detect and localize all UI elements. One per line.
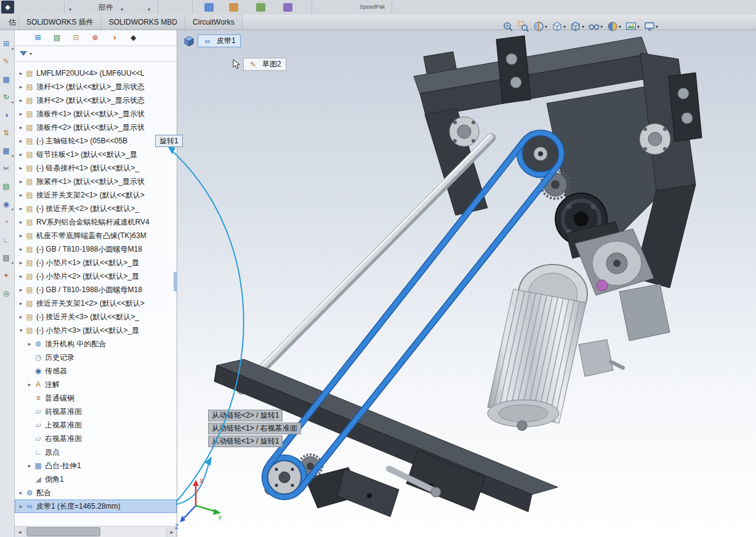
pencil-button[interactable]: ✎ xyxy=(1,52,14,70)
dropdown-caret-icon[interactable]: ▾ xyxy=(563,24,566,30)
angle-button[interactable]: ∟ xyxy=(1,231,14,249)
propertymanager-tab[interactable]: ▤ xyxy=(52,32,63,43)
tree-item[interactable]: ▸A注解 xyxy=(15,378,177,391)
expand-arrow-icon[interactable]: ▾ xyxy=(17,327,25,333)
zoom-fit-button[interactable] xyxy=(501,20,515,33)
tree-item[interactable]: ▸▤LMFLMF20UU<4> (LMF6UU<<L xyxy=(15,66,177,80)
tree-item[interactable]: ▸▤顶杆<2> (默认<<默认>_显示状态 xyxy=(15,93,177,107)
tree-item[interactable]: ◢倒角1 xyxy=(15,472,177,486)
configurationmanager-tab[interactable]: ⊟ xyxy=(71,32,82,43)
tree-item[interactable]: ▸▤胀紧件<1> (默认<<默认>_显示状 xyxy=(15,175,177,188)
expand-arrow-icon[interactable]: ▸ xyxy=(17,205,25,212)
dropdown-caret-icon[interactable]: ▾ xyxy=(619,24,621,30)
copy-button[interactable]: ⊞▸ xyxy=(1,34,14,52)
flyout-caret-icon[interactable]: ▸ xyxy=(12,260,14,265)
tree-item[interactable]: ▸▤机座不带底脚端盖有凸缘(TK)63M xyxy=(15,229,177,242)
dropdown-caret-icon[interactable]: ▾ xyxy=(148,7,150,12)
apply-scene-button[interactable]: ▾ xyxy=(624,20,641,33)
flyout-caret-icon[interactable]: ▸ xyxy=(12,100,14,104)
tree-item[interactable]: ▸▤(-) 接近开关<2> (默认<<默认>_ xyxy=(15,202,177,215)
expand-arrow-icon[interactable]: ▸ xyxy=(17,219,25,225)
tab-solidworks-mbd[interactable]: SOLIDWORKS MBD xyxy=(102,15,185,30)
expand-arrow-icon[interactable]: ▸ xyxy=(17,490,25,496)
grid-button[interactable]: ▦ xyxy=(1,70,14,88)
half-shade-button[interactable]: ◑ xyxy=(1,106,14,124)
section-view-button[interactable]: ▾ xyxy=(532,20,549,33)
expand-arrow-icon[interactable]: ▸ xyxy=(17,84,25,90)
breadcrumb-sketch-item[interactable]: ✎ 草图2 xyxy=(243,58,286,71)
scissors-button[interactable]: ✂ xyxy=(1,159,14,177)
quarter-button[interactable]: ◔ xyxy=(1,213,14,231)
expand-arrow-icon[interactable]: ▸ xyxy=(17,233,25,239)
featuremanager-tree-tab[interactable]: ⊞ xyxy=(33,32,44,43)
filter-icon[interactable] xyxy=(20,51,27,56)
tree-item[interactable]: ▸▤(-) 主轴链轮<1> (05B<<05B xyxy=(15,134,177,148)
tree-item[interactable]: ∟原点 xyxy=(15,445,177,459)
tree-item[interactable]: ▸▤链节挂板<1> (默认<<默认>_显 xyxy=(15,148,177,161)
tree-item[interactable]: ▸▤(-) 小垫片<2> (默认<<默认>_显 xyxy=(15,269,177,283)
shade-button[interactable]: ▨▸ xyxy=(1,249,14,266)
ribbon-button-label[interactable]: SpeedPak xyxy=(360,4,385,10)
displaymanager-tab[interactable]: ◑ xyxy=(110,32,121,43)
dropdown-caret-icon[interactable]: ▾ xyxy=(600,24,603,30)
tree-item[interactable]: ▾▤(-) 小垫片<3> (默认<<默认>_显 xyxy=(15,324,177,337)
flyout-caret-icon[interactable]: ▸ xyxy=(12,46,14,50)
tab-evaluate-partial[interactable]: 估 xyxy=(0,15,19,30)
expand-arrow-icon[interactable]: ▸ xyxy=(17,165,25,171)
expand-arrow-icon[interactable]: ▸ xyxy=(17,138,25,144)
tree-item[interactable]: ▸⊚顶升机构 中的配合 xyxy=(15,337,177,351)
star-button[interactable]: ✦ xyxy=(1,266,14,284)
target-button[interactable]: ◎ xyxy=(1,284,14,302)
expand-arrow-icon[interactable]: ▸ xyxy=(17,300,25,306)
rotate-button[interactable]: ↻▸ xyxy=(1,88,14,106)
dropdown-caret-icon[interactable]: ▾ xyxy=(69,7,71,12)
pattern-button[interactable]: ▩▸ xyxy=(1,141,14,159)
expand-arrow-icon[interactable]: ▸ xyxy=(17,124,25,130)
breadcrumb-selected-feature[interactable]: ∞ 皮带1 xyxy=(198,34,241,47)
dropdown-caret-icon[interactable]: ▾ xyxy=(637,24,640,30)
tree-item[interactable]: ▸▤(-) 小垫片<1> (默认<<默认>_显 xyxy=(15,256,177,269)
dropdown-caret-icon[interactable]: ▾ xyxy=(121,7,123,12)
tree-item[interactable]: ◷历史记录 xyxy=(15,351,177,364)
expand-arrow-icon[interactable]: ▸ xyxy=(17,287,25,293)
tree-item[interactable]: ▸▤RV系列铝合金蜗轮蜗杆减速机RV4 xyxy=(15,215,177,229)
expand-arrow-icon[interactable]: ▸ xyxy=(17,260,25,266)
flyout-caret-icon[interactable]: ▸ xyxy=(12,153,14,157)
tree-item[interactable]: ▸▤(-) 接近开关<3> (默认<<默认>_ xyxy=(15,310,177,324)
expand-arrow-icon[interactable]: ▸ xyxy=(26,381,33,388)
assembly-cube-icon[interactable] xyxy=(183,36,195,47)
zoom-area-button[interactable] xyxy=(517,20,530,33)
tree-item[interactable]: ◉传感器 xyxy=(15,364,177,378)
expand-arrow-icon[interactable]: ▸ xyxy=(26,341,33,347)
view-settings-button[interactable]: ▾ xyxy=(643,20,659,33)
expand-arrow-icon[interactable]: ▸ xyxy=(17,151,25,157)
ribbon-button-icon[interactable] xyxy=(204,3,214,12)
flyout-caret-icon[interactable]: ▸ xyxy=(12,207,14,211)
expand-arrow-icon[interactable]: ▸ xyxy=(17,273,25,279)
tree-item[interactable]: ▸▤顶板件<1> (默认<<默认>_显示状 xyxy=(15,107,177,121)
tree-item[interactable]: ▸▤(-) GB / T810-1988小圆螺母M18 xyxy=(15,283,177,296)
dropdown-caret-icon[interactable]: ▾ xyxy=(656,24,658,30)
tree-item[interactable]: ▸▤接近开关支架2<1> (默认<<默认> xyxy=(15,188,177,202)
tree-item[interactable]: ▱前视基准面 xyxy=(15,405,177,418)
dropdown-caret-icon[interactable]: ▾ xyxy=(545,24,547,30)
tree-item[interactable]: ▸⊚配合 xyxy=(15,486,177,499)
view-orientation-button[interactable]: ▾ xyxy=(550,20,567,33)
expand-arrow-icon[interactable]: ▸ xyxy=(17,503,25,509)
ribbon-button-icon[interactable] xyxy=(283,3,292,12)
edit-appearance-button[interactable]: ▾ xyxy=(606,20,622,33)
tree-item[interactable]: ▸▤(-) 链条接杆<1> (默认<<默认>_ xyxy=(15,161,177,175)
tab-circuitworks[interactable]: CircuitWorks xyxy=(185,15,243,30)
expand-arrow-icon[interactable]: ▸ xyxy=(17,97,25,103)
dropdown-caret-icon[interactable]: ▾ xyxy=(582,24,584,30)
expand-arrow-icon[interactable]: ▸ xyxy=(17,314,25,320)
circle-dot-button[interactable]: ◉▸ xyxy=(1,195,14,213)
expand-arrow-icon[interactable]: ▸ xyxy=(17,70,25,76)
ribbon-group-label[interactable]: 部件 xyxy=(99,2,113,13)
display-style-button[interactable]: ▾ xyxy=(569,20,585,33)
ribbon-button-icon[interactable] xyxy=(256,3,265,12)
tab-solidworks-addins[interactable]: SOLIDWORKS 插件 xyxy=(19,15,102,30)
scroll-right-button[interactable]: ▸ xyxy=(166,527,177,537)
tree-item[interactable]: ▸▤接近开关支架1<2> (默认<<默认> xyxy=(15,296,177,310)
tree-item[interactable]: ▸▦凸台-拉伸1 xyxy=(15,459,177,472)
